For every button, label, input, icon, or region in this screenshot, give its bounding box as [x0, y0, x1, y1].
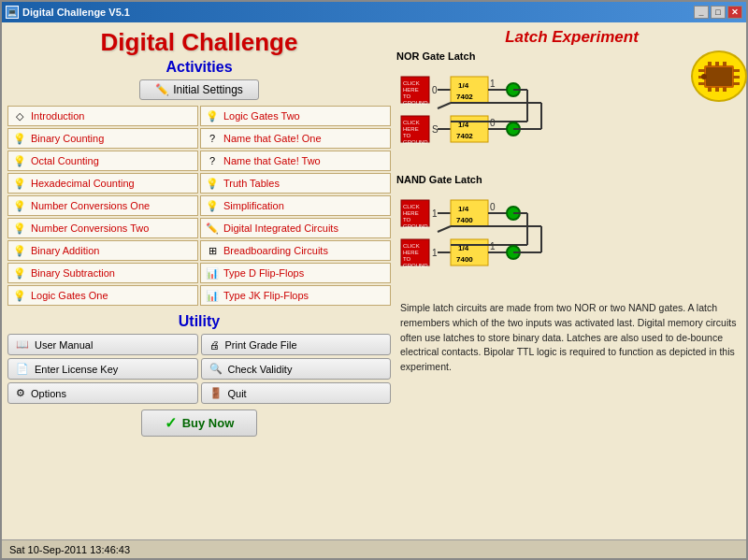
- activity-label: Number Conversions One: [31, 200, 150, 211]
- activities-grid: ◇ Introduction 💡 Logic Gates Two 💡 Binar…: [7, 106, 391, 306]
- svg-text:HERE: HERE: [403, 210, 419, 216]
- user-manual-button[interactable]: 📖 User Manual: [7, 334, 198, 355]
- question-icon: ?: [205, 153, 220, 168]
- printer-icon: 🖨: [209, 339, 220, 351]
- bulb-icon: 💡: [12, 288, 27, 303]
- activity-item-breadboarding[interactable]: ⊞ Breadboarding Circuits: [200, 240, 391, 261]
- activity-item-binary-counting[interactable]: 💡 Binary Counting: [7, 128, 198, 149]
- nand-gate-diagram: CLICK HERE TO GROUND 1 1/4 7400 0: [396, 191, 686, 284]
- bulb-icon: 💡: [12, 131, 27, 146]
- gear-icon: ⚙: [16, 387, 25, 399]
- activity-item-type-jk-flip-flops[interactable]: 📊 Type JK Flip-Flops: [200, 285, 391, 306]
- activity-label: Logic Gates Two: [223, 110, 300, 122]
- activity-item-truth-tables[interactable]: 💡 Truth Tables: [200, 173, 391, 194]
- svg-rect-6: [715, 87, 719, 92]
- activity-label: Logic Gates One: [31, 290, 108, 301]
- nand-gate-section: NAND Gate Latch CLICK HERE TO GROUND 1 1…: [396, 174, 686, 288]
- svg-rect-10: [698, 82, 705, 85]
- title-bar: 💻 Digital Challenge V5.1 _ □ ✕: [2, 2, 746, 22]
- activity-label: Type D Flip-Flops: [223, 267, 304, 279]
- activity-item-digital-ic[interactable]: ✏️ Digital Integrated Circuits: [200, 218, 391, 238]
- activity-label: Simplification: [223, 200, 284, 211]
- buy-now-button[interactable]: ✓ Buy Now: [141, 409, 258, 437]
- svg-text:TO: TO: [403, 133, 411, 138]
- activity-item-simplification[interactable]: 💡 Simplification: [200, 195, 391, 216]
- quit-label: Quit: [228, 388, 247, 399]
- book-icon: 📖: [16, 338, 29, 351]
- svg-text:HERE: HERE: [403, 126, 419, 132]
- bulb-icon: 💡: [12, 198, 27, 213]
- activity-item-name-gate-one[interactable]: ? Name that Gate! One: [200, 128, 391, 149]
- svg-rect-12: [733, 76, 740, 79]
- svg-text:1/4: 1/4: [458, 81, 469, 90]
- svg-text:GROUND: GROUND: [403, 100, 428, 106]
- chart-icon: 📊: [205, 266, 220, 280]
- search-icon: 🔍: [209, 363, 223, 375]
- svg-text:S: S: [432, 124, 439, 135]
- svg-text:0: 0: [490, 202, 496, 212]
- svg-rect-1: [706, 67, 732, 86]
- right-panel: Latch Experiment: [396, 28, 747, 534]
- activity-item-binary-subtraction[interactable]: 💡 Binary Subtraction: [7, 263, 198, 283]
- activity-label: Octal Counting: [31, 155, 99, 166]
- svg-text:CLICK: CLICK: [403, 204, 420, 209]
- user-manual-label: User Manual: [35, 339, 93, 351]
- activity-label: Digital Integrated Circuits: [223, 223, 338, 234]
- svg-text:7400: 7400: [456, 216, 473, 224]
- activity-label: Binary Subtraction: [31, 267, 115, 279]
- utility-section: Utility 📖 User Manual 🖨 Print Grade File…: [7, 313, 391, 437]
- svg-text:TO: TO: [403, 217, 411, 223]
- svg-text:TO: TO: [403, 256, 411, 262]
- activity-item-name-gate-two[interactable]: ? Name that Gate! Two: [200, 151, 391, 171]
- svg-text:7402: 7402: [456, 132, 473, 140]
- activity-item-hexadecimal-counting[interactable]: 💡 Hexadecimal Counting: [7, 173, 198, 194]
- close-button[interactable]: ✕: [727, 6, 742, 19]
- chip-icon: [691, 50, 747, 102]
- activity-item-type-d-flip-flops[interactable]: 📊 Type D Flip-Flops: [200, 263, 391, 283]
- print-grade-label: Print Grade File: [225, 339, 297, 351]
- utility-heading: Utility: [7, 313, 391, 330]
- bulb-icon: 💡: [205, 108, 220, 123]
- svg-text:GROUND: GROUND: [403, 263, 428, 268]
- activity-item-logic-gates-one[interactable]: 💡 Logic Gates One: [7, 285, 198, 306]
- svg-rect-8: [698, 69, 705, 72]
- activity-item-number-conversions-one[interactable]: 💡 Number Conversions One: [7, 195, 198, 216]
- activity-item-number-conversions-two[interactable]: 💡 Number Conversions Two: [7, 218, 198, 238]
- activity-item-logic-gates-two[interactable]: 💡 Logic Gates Two: [200, 106, 391, 126]
- minimize-button[interactable]: _: [694, 6, 709, 19]
- grid-icon: ⊞: [205, 243, 220, 258]
- document-icon: 📄: [16, 363, 29, 375]
- svg-rect-7: [723, 87, 726, 92]
- svg-text:1: 1: [432, 208, 438, 219]
- print-grade-button[interactable]: 🖨 Print Grade File: [201, 334, 392, 355]
- initial-settings-button[interactable]: ✏️ Initial Settings: [139, 79, 259, 100]
- app-title: Digital Challenge: [7, 28, 391, 57]
- app-icon: 💻: [6, 6, 19, 19]
- nor-gate-diagram: CLICK HERE TO GROUND 0 1/4 7402: [396, 67, 686, 161]
- bulb-icon: 💡: [12, 243, 27, 258]
- buy-now-row: ✓ Buy Now: [7, 409, 391, 437]
- check-validity-button[interactable]: 🔍 Check Validity: [201, 358, 392, 380]
- nor-gate-section: NOR Gate Latch CLICK HERE TO GROUND 0: [396, 50, 686, 165]
- pencil-icon: ✏️: [205, 221, 220, 236]
- options-label: Options: [31, 388, 66, 399]
- status-datetime: Sat 10-Sep-2011 13:46:43: [9, 544, 130, 555]
- svg-rect-11: [733, 69, 740, 72]
- maximize-button[interactable]: □: [711, 6, 726, 19]
- activity-item-binary-addition[interactable]: 💡 Binary Addition: [7, 240, 198, 261]
- activity-item-octal-counting[interactable]: 💡 Octal Counting: [7, 151, 198, 171]
- bulb-icon: 💡: [12, 266, 27, 280]
- svg-text:7400: 7400: [456, 255, 473, 264]
- activity-label: Name that Gate! One: [223, 133, 322, 144]
- pencil-icon: ✏️: [155, 83, 169, 96]
- initial-settings-label: Initial Settings: [173, 83, 243, 96]
- activity-label: Hexadecimal Counting: [31, 178, 135, 189]
- activity-item-introduction[interactable]: ◇ Introduction: [7, 106, 198, 126]
- options-button[interactable]: ⚙ Options: [7, 382, 198, 404]
- svg-text:7402: 7402: [456, 93, 473, 101]
- svg-rect-2: [708, 62, 712, 66]
- main-window: 💻 Digital Challenge V5.1 _ □ ✕ Digital C…: [0, 0, 748, 560]
- enter-license-button[interactable]: 📄 Enter License Key: [7, 358, 198, 380]
- quit-button[interactable]: 🚪 Quit: [201, 382, 392, 404]
- experiment-title: Latch Experiment: [396, 28, 747, 47]
